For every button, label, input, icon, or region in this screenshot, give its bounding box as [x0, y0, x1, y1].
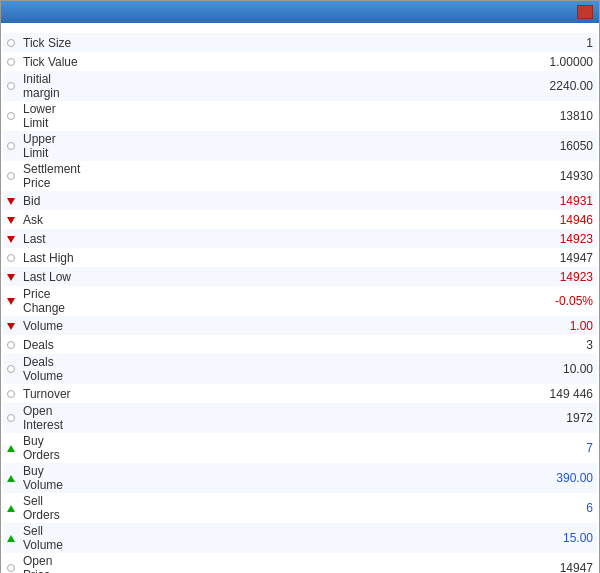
table-row: Sell Orders6: [3, 493, 597, 523]
row-value: 15.00: [517, 523, 597, 553]
up-arrow-icon: [7, 505, 15, 512]
row-spacer: [84, 210, 517, 229]
row-icon: [3, 131, 19, 161]
table-row: Buy Volume390.00: [3, 463, 597, 493]
row-label: Buy Orders: [19, 433, 84, 463]
table-row: Tick Size1: [3, 33, 597, 52]
row-label: Open Interest: [19, 403, 84, 433]
row-spacer: [84, 384, 517, 403]
table-row: Ask14946: [3, 210, 597, 229]
circle-icon: [7, 254, 15, 262]
table-row: Deals Volume10.00: [3, 354, 597, 384]
row-icon: [3, 229, 19, 248]
row-spacer: [84, 354, 517, 384]
down-arrow-icon: [7, 274, 15, 281]
row-label: Tick Size: [19, 33, 84, 52]
row-value: 14946: [517, 210, 597, 229]
row-icon: [3, 101, 19, 131]
row-icon: [3, 191, 19, 210]
row-label: Price Change: [19, 286, 84, 316]
row-spacer: [84, 52, 517, 71]
row-label: Buy Volume: [19, 463, 84, 493]
row-label: Deals: [19, 335, 84, 354]
circle-icon: [7, 82, 15, 90]
row-value: 149 446: [517, 384, 597, 403]
content-area: Tick Size1Tick Value1.00000Initial margi…: [1, 23, 599, 573]
table-row: Turnover149 446: [3, 384, 597, 403]
row-spacer: [84, 71, 517, 101]
row-spacer: [84, 267, 517, 286]
table-row: Last Low14923: [3, 267, 597, 286]
row-spacer: [84, 33, 517, 52]
row-spacer: [84, 463, 517, 493]
row-spacer: [84, 248, 517, 267]
table-row: Open Price14947: [3, 553, 597, 573]
data-table: Tick Size1Tick Value1.00000Initial margi…: [3, 33, 597, 573]
row-icon: [3, 335, 19, 354]
table-row: Upper Limit16050: [3, 131, 597, 161]
symbol-header: [3, 25, 597, 33]
row-label: Turnover: [19, 384, 84, 403]
circle-icon: [7, 58, 15, 66]
row-spacer: [84, 403, 517, 433]
row-value: 3: [517, 335, 597, 354]
row-icon: [3, 248, 19, 267]
row-value: 1.00: [517, 316, 597, 335]
row-value: 14930: [517, 161, 597, 191]
row-spacer: [84, 286, 517, 316]
down-arrow-icon: [7, 323, 15, 330]
row-value: 1: [517, 33, 597, 52]
circle-icon: [7, 564, 15, 572]
row-spacer: [84, 131, 517, 161]
circle-icon: [7, 390, 15, 398]
table-row: Buy Orders7: [3, 433, 597, 463]
row-spacer: [84, 161, 517, 191]
row-icon: [3, 463, 19, 493]
table-row: Initial margin2240.00: [3, 71, 597, 101]
row-value: 10.00: [517, 354, 597, 384]
circle-icon: [7, 172, 15, 180]
row-value: 6: [517, 493, 597, 523]
circle-icon: [7, 39, 15, 47]
row-label: Open Price: [19, 553, 84, 573]
row-value: 14947: [517, 553, 597, 573]
row-spacer: [84, 553, 517, 573]
row-spacer: [84, 191, 517, 210]
row-icon: [3, 433, 19, 463]
up-arrow-icon: [7, 535, 15, 542]
row-label: Sell Volume: [19, 523, 84, 553]
row-icon: [3, 161, 19, 191]
up-arrow-icon: [7, 445, 15, 452]
circle-icon: [7, 112, 15, 120]
row-icon: [3, 71, 19, 101]
row-value: 14923: [517, 267, 597, 286]
circle-icon: [7, 142, 15, 150]
row-value: -0.05%: [517, 286, 597, 316]
row-label: Volume: [19, 316, 84, 335]
row-value: 14931: [517, 191, 597, 210]
row-label: Ask: [19, 210, 84, 229]
row-label: Lower Limit: [19, 101, 84, 131]
table-row: Deals3: [3, 335, 597, 354]
row-icon: [3, 267, 19, 286]
row-label: Upper Limit: [19, 131, 84, 161]
row-spacer: [84, 523, 517, 553]
market-watch-window: Tick Size1Tick Value1.00000Initial margi…: [0, 0, 600, 573]
up-arrow-icon: [7, 475, 15, 482]
row-spacer: [84, 493, 517, 523]
row-icon: [3, 52, 19, 71]
row-icon: [3, 286, 19, 316]
row-icon: [3, 384, 19, 403]
row-spacer: [84, 229, 517, 248]
row-label: Tick Value: [19, 52, 84, 71]
table-row: Tick Value1.00000: [3, 52, 597, 71]
close-button[interactable]: [577, 5, 593, 19]
title-bar: [1, 1, 599, 23]
row-value: 14923: [517, 229, 597, 248]
row-spacer: [84, 335, 517, 354]
circle-icon: [7, 365, 15, 373]
table-row: Price Change-0.05%: [3, 286, 597, 316]
circle-icon: [7, 341, 15, 349]
row-spacer: [84, 433, 517, 463]
row-value: 7: [517, 433, 597, 463]
